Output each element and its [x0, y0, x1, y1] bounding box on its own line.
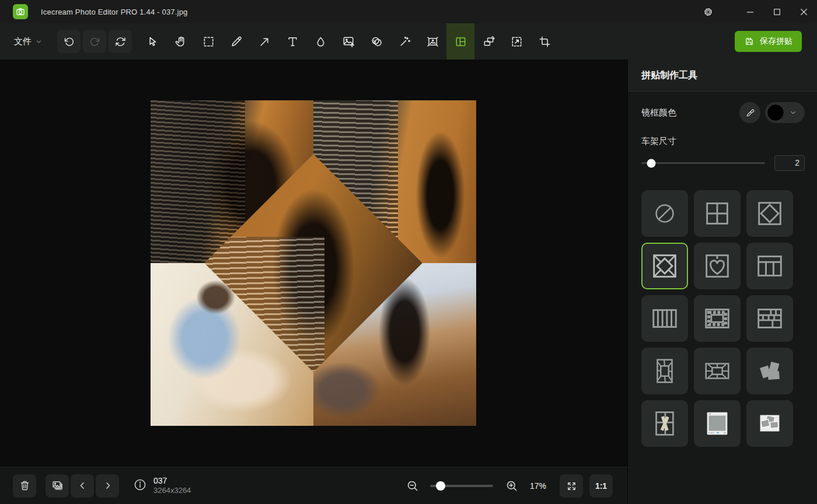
layout-shatter-landscape-icon: [701, 355, 733, 387]
maximize-button[interactable]: [763, 0, 790, 23]
pointer-tool[interactable]: [138, 23, 166, 60]
frame-size-row: 2: [641, 155, 805, 171]
save-button-label: 保存拼贴: [760, 36, 792, 47]
file-menu[interactable]: 文件: [14, 36, 42, 47]
layout-stripes-icon: [649, 303, 680, 334]
marquee-tool[interactable]: [194, 23, 222, 60]
add-image-tool[interactable]: [334, 23, 362, 60]
zoom-in-button[interactable]: [505, 479, 519, 493]
text-icon: [286, 35, 299, 48]
frame-size-slider[interactable]: [641, 162, 765, 164]
content-row: 037 3264x3264 17%: [0, 60, 817, 504]
layout-shatter-portrait[interactable]: [641, 348, 688, 394]
actual-size-button[interactable]: 1:1: [589, 474, 613, 498]
arrow-tool[interactable]: [250, 23, 278, 60]
frame-size-slider-thumb[interactable]: [647, 159, 656, 167]
pointer-icon: [146, 35, 159, 48]
collage-preview: [151, 100, 476, 426]
resize-tool[interactable]: [502, 23, 530, 60]
tools-group: [138, 23, 558, 60]
zoom-out-button[interactable]: [406, 479, 420, 493]
previous-image-button[interactable]: [71, 474, 94, 498]
retouch-tool[interactable]: [390, 23, 418, 60]
arrow-icon: [258, 35, 271, 48]
status-bar: 037 3264x3264 17%: [0, 467, 627, 504]
layout-shatter-portrait-icon: [649, 355, 680, 387]
save-collage-button[interactable]: 保存拼贴: [735, 31, 802, 52]
layout-banner-columns[interactable]: [746, 243, 793, 289]
pencil-tool[interactable]: [222, 23, 250, 60]
crop-tool[interactable]: [530, 23, 558, 60]
eyedropper-button[interactable]: [739, 102, 760, 123]
text-tool[interactable]: [278, 23, 306, 60]
zoom-slider-thumb[interactable]: [436, 481, 445, 491]
minimize-button[interactable]: [736, 0, 763, 23]
layout-grid-2x2[interactable]: [694, 190, 741, 237]
layout-bricks[interactable]: [746, 295, 793, 342]
layout-checker-polaroids[interactable]: [746, 400, 793, 447]
filters-tool[interactable]: [362, 23, 390, 60]
layout-grid: [641, 190, 805, 447]
layout-diamond[interactable]: [746, 190, 793, 237]
canvas-area[interactable]: [0, 60, 627, 467]
layout-photo-card[interactable]: [694, 400, 741, 447]
layout-diamond-corners-icon: [649, 250, 680, 282]
titlebar: Icecream Photo Editor PRO 1.44 - 037.jpg: [0, 0, 817, 23]
next-image-button[interactable]: [96, 474, 119, 498]
crop-icon: [538, 35, 551, 48]
layout-heart[interactable]: [694, 243, 741, 289]
save-icon: [744, 36, 755, 47]
marquee-icon: [202, 35, 215, 48]
flip-icon: [482, 35, 495, 48]
zoom-controls: 17% 1:1: [406, 467, 613, 504]
rotate-button[interactable]: [109, 30, 132, 53]
redo-button[interactable]: [83, 30, 106, 53]
layout-none[interactable]: [641, 190, 688, 237]
chevron-down-icon: [790, 109, 797, 116]
frame-color-picker[interactable]: [765, 102, 805, 123]
resize-icon: [510, 35, 523, 48]
delete-image-button[interactable]: [13, 474, 36, 498]
collage-panel: 拼贴制作工具 镜框颜色 车架尺寸: [627, 60, 817, 504]
app-logo-icon: [13, 4, 28, 19]
fit-to-screen-button[interactable]: [560, 474, 583, 498]
info-icon[interactable]: [133, 478, 147, 494]
hand-tool[interactable]: [166, 23, 194, 60]
layout-shatter-landscape[interactable]: [694, 348, 741, 394]
retouch-icon: [398, 35, 411, 48]
window-controls: [694, 0, 817, 23]
zoom-slider[interactable]: [430, 485, 493, 487]
layout-scattered-photos[interactable]: [746, 348, 793, 394]
frame-tool[interactable]: [418, 23, 446, 60]
layout-diamond-icon: [754, 198, 785, 229]
zoom-percent: 17%: [528, 481, 548, 491]
frame-size-value: 2: [774, 155, 805, 171]
collage-tool[interactable]: [446, 23, 474, 60]
open-gallery-button[interactable]: [46, 474, 69, 498]
settings-gear-icon[interactable]: [694, 0, 721, 23]
close-button[interactable]: [790, 0, 817, 23]
layout-taped-grid[interactable]: [641, 400, 688, 447]
hand-icon: [174, 35, 187, 48]
window-title: Icecream Photo Editor PRO 1.44 - 037.jpg: [41, 8, 188, 16]
redo-icon: [89, 36, 101, 48]
layout-diamond-corners[interactable]: [641, 243, 688, 289]
panel-title: 拼贴制作工具: [641, 69, 697, 82]
zoom-in-icon: [505, 479, 519, 493]
frame-color-row: 镜框颜色: [641, 102, 805, 123]
undo-button[interactable]: [57, 30, 81, 53]
undo-icon: [63, 36, 75, 48]
panel-header: 拼贴制作工具: [628, 60, 817, 92]
flip-tool[interactable]: [474, 23, 502, 60]
images-icon: [51, 480, 64, 492]
frame-color-swatch: [767, 104, 784, 121]
layout-stripes[interactable]: [641, 295, 688, 342]
layout-tile-border[interactable]: [694, 295, 741, 342]
dimensions-text: 3264x3264: [153, 486, 191, 495]
chevron-down-icon: [36, 38, 42, 45]
layout-tile-border-icon: [701, 303, 733, 334]
blur-tool[interactable]: [306, 23, 334, 60]
layout-heart-icon: [701, 250, 733, 282]
filters-icon: [370, 35, 383, 48]
next-icon: [102, 480, 114, 492]
